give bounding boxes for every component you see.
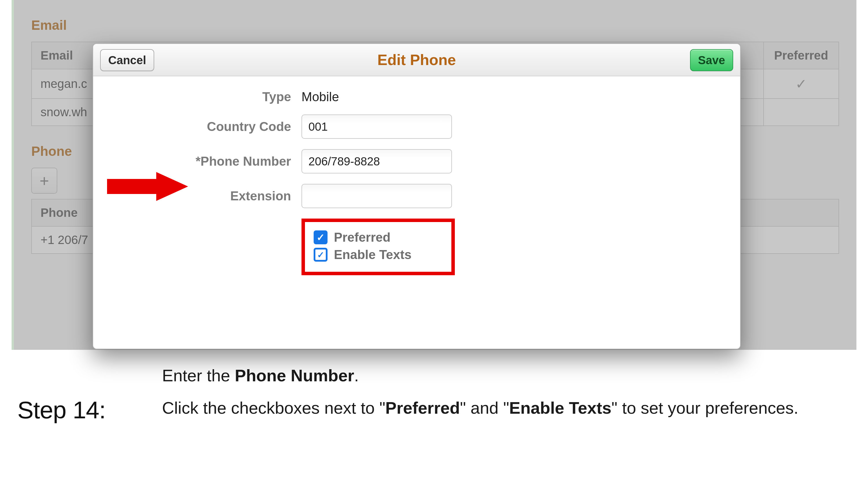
- enable-texts-checkbox-label: Enable Texts: [334, 248, 411, 262]
- checkmark-icon: ✓: [795, 76, 807, 92]
- phone-number-label: *Phone Number: [128, 154, 302, 168]
- instruction-line-2: Click the checkboxes next to "Preferred"…: [162, 397, 850, 419]
- edit-phone-modal: Cancel Edit Phone Save Type Mobile Count…: [93, 43, 741, 349]
- extension-input[interactable]: [302, 184, 452, 208]
- instruction-block: Step 14: Enter the Phone Number. Click t…: [18, 364, 850, 429]
- modal-header: Cancel Edit Phone Save: [93, 44, 740, 76]
- modal-title: Edit Phone: [377, 51, 456, 68]
- email-section-title: Email: [31, 18, 839, 33]
- country-code-input[interactable]: [302, 115, 452, 139]
- extension-label: Extension: [128, 189, 302, 203]
- instruction-line-1: Enter the Phone Number.: [162, 364, 850, 387]
- preferred-checkbox-label: Preferred: [334, 230, 391, 245]
- type-label: Type: [128, 90, 302, 104]
- plus-icon: +: [40, 171, 49, 190]
- phone-number-input[interactable]: [302, 149, 452, 173]
- cancel-button[interactable]: Cancel: [100, 49, 154, 71]
- add-phone-button[interactable]: +: [31, 168, 57, 194]
- enable-texts-checkbox[interactable]: [314, 248, 328, 262]
- country-code-label: Country Code: [128, 120, 302, 134]
- save-button[interactable]: Save: [690, 49, 733, 71]
- preferred-header: Preferred: [764, 42, 839, 69]
- preferred-checkbox[interactable]: [314, 230, 328, 244]
- type-value: Mobile: [302, 90, 339, 104]
- step-label: Step 14:: [18, 396, 105, 424]
- checkbox-highlight-box: Preferred Enable Texts: [302, 219, 455, 275]
